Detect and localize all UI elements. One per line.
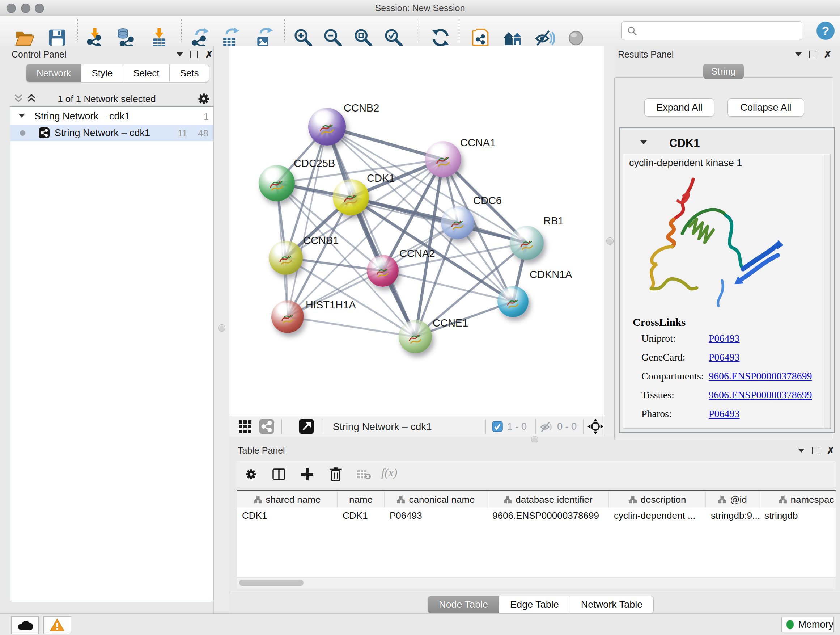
detach-view-icon[interactable] bbox=[299, 419, 314, 434]
crosslink-link[interactable]: 9606.ENSP00000378699 bbox=[709, 371, 812, 382]
hide-selected-icon[interactable] bbox=[535, 27, 555, 48]
network-node-cdk1[interactable] bbox=[333, 179, 369, 215]
table-cell[interactable]: P06493 bbox=[385, 508, 487, 523]
search-input[interactable] bbox=[641, 23, 798, 38]
table-column-header[interactable]: @id bbox=[706, 491, 759, 508]
network-options-gear-icon[interactable] bbox=[197, 93, 210, 105]
crosslink-link[interactable]: P06493 bbox=[709, 408, 740, 420]
maximize-panel-icon[interactable] bbox=[190, 51, 198, 58]
network-node-ccna2[interactable] bbox=[367, 255, 399, 287]
crosslink-link[interactable]: P06493 bbox=[709, 333, 740, 344]
network-node-ccna1[interactable] bbox=[425, 141, 461, 177]
tab-network[interactable]: Network bbox=[27, 65, 81, 82]
warnings-button[interactable] bbox=[43, 616, 71, 634]
table-column-header[interactable]: shared name bbox=[237, 491, 338, 508]
network-node-ccne1[interactable] bbox=[399, 320, 432, 353]
splitter-grip[interactable] bbox=[531, 436, 538, 443]
network-node-cdc25b[interactable] bbox=[259, 165, 295, 201]
table-cell[interactable]: CDK1 bbox=[338, 508, 385, 523]
tab-string[interactable]: String bbox=[703, 64, 744, 79]
tab-style[interactable]: Style bbox=[81, 65, 123, 82]
export-table-icon[interactable] bbox=[221, 27, 241, 48]
help-button[interactable]: ? bbox=[816, 22, 835, 40]
zoom-selected-icon[interactable] bbox=[384, 27, 404, 48]
network-node-ccnb1[interactable] bbox=[269, 241, 303, 275]
scrollbar-thumb[interactable] bbox=[239, 580, 303, 586]
collapse-all-button[interactable]: Collapse All bbox=[728, 98, 804, 117]
maximize-panel-icon[interactable] bbox=[809, 51, 816, 58]
memory-button[interactable]: Memory bbox=[782, 616, 834, 632]
network-node-cdc6[interactable] bbox=[441, 206, 474, 239]
gene-section: CDK1 cyclin-dependent kinase 1 bbox=[619, 127, 835, 433]
left-splitter[interactable] bbox=[213, 46, 230, 613]
close-panel-icon[interactable]: ✗ bbox=[205, 51, 213, 58]
string-home-icon[interactable] bbox=[503, 27, 523, 48]
table-row[interactable]: CDK1CDK1P064939606.ENSP00000378699cyclin… bbox=[237, 508, 836, 523]
node-table[interactable]: shared namenamecanonical namedatabase id… bbox=[237, 490, 836, 588]
table-cell[interactable]: 9606.ENSP00000378699 bbox=[487, 508, 609, 523]
network-edge-count: 48 bbox=[198, 128, 208, 139]
apply-layout-icon[interactable] bbox=[431, 27, 451, 48]
splitter-grip[interactable] bbox=[606, 238, 614, 245]
network-collection-row[interactable]: String Network – cdk1 1 bbox=[11, 108, 213, 125]
network-node-hist1h1a[interactable] bbox=[271, 301, 304, 333]
table-horizontal-scrollbar[interactable] bbox=[237, 578, 836, 588]
save-session-icon[interactable] bbox=[47, 27, 67, 48]
tab-node-table[interactable]: Node Table bbox=[428, 596, 499, 613]
results-scrollbar[interactable] bbox=[824, 155, 829, 428]
table-settings-gear-icon[interactable] bbox=[245, 469, 257, 480]
table-column-header[interactable]: namespac bbox=[759, 491, 836, 508]
export-image-icon[interactable] bbox=[254, 27, 274, 48]
table-cell[interactable]: stringdb:9... bbox=[706, 508, 759, 523]
network-view-icon[interactable] bbox=[259, 419, 274, 434]
table-column-header[interactable]: name bbox=[338, 491, 385, 508]
splitter-grip[interactable] bbox=[218, 325, 225, 332]
tab-edge-table[interactable]: Edge Table bbox=[499, 596, 570, 613]
export-network-icon[interactable] bbox=[189, 27, 210, 48]
show-hidden-icon[interactable] bbox=[566, 27, 586, 48]
network-canvas[interactable]: CCNB2CCNA1CDC25BCDK1CDC6RB1CCNB1CCNA2CDK… bbox=[229, 46, 604, 416]
gene-expander-icon[interactable] bbox=[640, 141, 647, 144]
expand-all-button[interactable]: Expand All bbox=[644, 98, 714, 117]
column-header-label: database identifier bbox=[515, 494, 592, 505]
maximize-panel-icon[interactable] bbox=[812, 447, 819, 454]
zoom-fit-icon[interactable] bbox=[353, 27, 373, 48]
delete-column-icon[interactable] bbox=[328, 467, 343, 482]
float-panel-icon[interactable] bbox=[795, 52, 802, 57]
grid-view-icon[interactable] bbox=[238, 419, 253, 434]
close-panel-icon[interactable]: ✗ bbox=[824, 51, 832, 58]
import-table-file-icon[interactable] bbox=[149, 27, 169, 48]
network-node-ccnb2[interactable] bbox=[308, 108, 346, 146]
zoom-out-icon[interactable] bbox=[323, 27, 343, 48]
cloud-status-button[interactable] bbox=[11, 616, 39, 634]
tab-sets[interactable]: Sets bbox=[170, 65, 209, 82]
table-cell[interactable]: cyclin-dependent ... bbox=[609, 508, 706, 523]
crosslink-link[interactable]: 9606.ENSP00000378699 bbox=[709, 389, 812, 401]
import-network-file-icon[interactable] bbox=[85, 27, 105, 48]
tab-select[interactable]: Select bbox=[123, 65, 170, 82]
create-column-icon[interactable] bbox=[300, 467, 314, 481]
table-column-header[interactable]: canonical name bbox=[385, 491, 487, 508]
float-panel-icon[interactable] bbox=[798, 448, 805, 453]
table-column-header[interactable]: description bbox=[609, 491, 706, 508]
float-panel-icon[interactable] bbox=[177, 52, 183, 57]
close-panel-icon[interactable]: ✗ bbox=[827, 447, 835, 454]
birds-eye-view-icon[interactable] bbox=[587, 418, 603, 434]
open-file-icon[interactable] bbox=[14, 27, 35, 48]
network-row-selected[interactable]: String Network – cdk1 11 48 bbox=[11, 125, 213, 141]
zoom-in-icon[interactable] bbox=[293, 27, 313, 48]
selected-checkbox-icon[interactable] bbox=[492, 421, 503, 432]
memory-label: Memory bbox=[798, 619, 834, 630]
table-cell[interactable]: stringdb bbox=[759, 508, 836, 523]
table-cell[interactable]: CDK1 bbox=[237, 508, 338, 523]
collection-expander-icon[interactable] bbox=[19, 114, 25, 118]
table-column-header[interactable]: database identifier bbox=[487, 491, 609, 508]
new-network-from-selection-icon[interactable] bbox=[471, 27, 491, 48]
network-node-cdkn1a[interactable] bbox=[497, 286, 529, 317]
crosslink-link[interactable]: P06493 bbox=[709, 352, 740, 363]
tab-network-table[interactable]: Network Table bbox=[570, 596, 654, 613]
network-node-rb1[interactable] bbox=[510, 226, 544, 260]
search-field[interactable] bbox=[622, 21, 802, 40]
import-network-database-icon[interactable] bbox=[116, 27, 136, 48]
show-columns-icon[interactable] bbox=[272, 467, 286, 481]
